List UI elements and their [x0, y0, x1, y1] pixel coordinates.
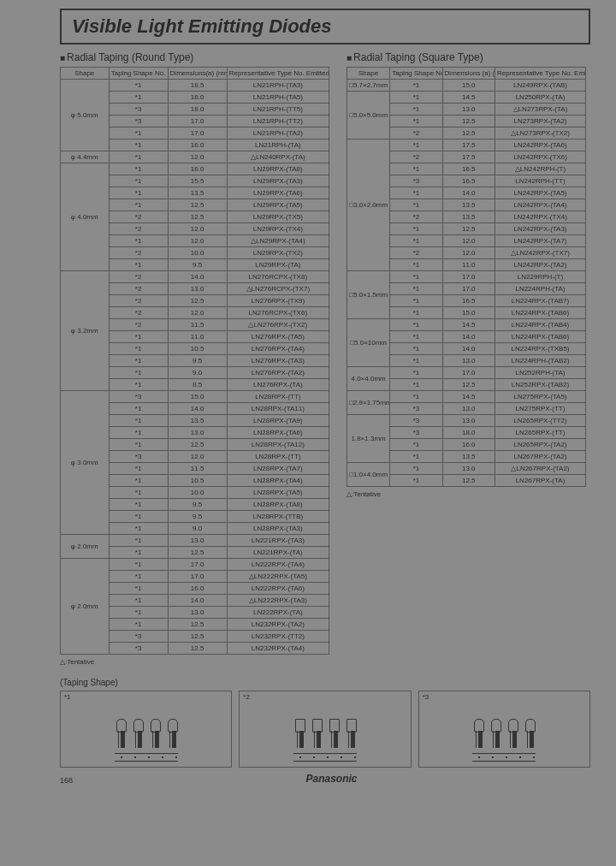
dim-cell: 12.0 — [168, 223, 227, 235]
dim-cell: 12.5 — [442, 379, 495, 391]
dim-cell: 13.0 — [442, 355, 495, 367]
dim-cell: 8.5 — [168, 379, 227, 391]
rep-cell: LN29RPX-(TX5) — [227, 211, 329, 223]
rep-cell: LN29RPX-(TA3) — [227, 175, 329, 187]
dim-cell: 14.5 — [442, 319, 495, 331]
ts-cell: *1 — [109, 199, 168, 211]
th-rep: Representative Type No. Emitted Color (R… — [495, 68, 585, 80]
ts-cell: *3 — [390, 427, 442, 439]
ts-cell: *2 — [109, 295, 168, 307]
dim-cell: 13.0 — [168, 607, 227, 619]
ts-cell: *1 — [109, 463, 168, 475]
ts-cell: *1 — [109, 92, 168, 104]
dim-cell: 15.0 — [442, 80, 495, 92]
dim-cell: 17.5 — [442, 151, 495, 163]
dim-cell: 17.0 — [168, 571, 227, 583]
ts-cell: *3 — [109, 451, 168, 463]
table-row: 1.8×1.3mm*313.0LN265RPX-(TT2) — [347, 415, 586, 427]
table-row: □1.0×4.0mm*113.0△LN267RPX-(TA2) — [347, 463, 586, 475]
ts-cell: *1 — [390, 80, 442, 92]
rep-cell: △LN29RPX-(TA4) — [227, 235, 329, 247]
rep-cell: LN276RPX-(TA5) — [227, 331, 329, 343]
th-dim: Dimensions (a) (mm) — [442, 68, 495, 80]
brand-logo: Panasonic — [306, 773, 358, 785]
dim-cell: 15.5 — [168, 175, 227, 187]
table-row: φ 2.0mm*117.0LN222RPX-(TA4) — [61, 559, 329, 571]
dim-cell: 13.0 — [168, 535, 227, 547]
ts-cell: *1 — [109, 128, 168, 139]
table-row: φ 2.0mm*113.0LN221RPX-(TA3) — [61, 535, 329, 547]
rep-cell: △LN267RPX-(TA2) — [495, 463, 585, 475]
table-row: φ 3.0mm*315.0LN28RPX-(TT) — [61, 391, 329, 403]
rep-cell: LN28RPX-(TA6) — [227, 427, 329, 439]
rep-cell: LN276RPX-(TX9) — [227, 295, 329, 307]
round-type-column: Radial Taping (Round Type) Shape Taping … — [60, 51, 329, 691]
dim-cell: 11.5 — [168, 463, 227, 475]
shape-cell: □3.0×2.0mm — [347, 139, 390, 271]
rep-cell: LN222RPX-(TA) — [227, 607, 329, 619]
dim-cell: 12.0 — [442, 247, 495, 259]
shape-cell: □5.0×10mm — [347, 319, 390, 367]
rep-cell: LN21RPH-(TT2) — [227, 116, 329, 128]
dim-cell: 17.0 — [442, 367, 495, 379]
ts-cell: *1 — [390, 199, 442, 211]
ts-cell: *1 — [390, 451, 442, 463]
rep-cell: △LN242RPH-(T) — [495, 163, 585, 175]
rep-cell: LN265RPX-(TA2) — [495, 439, 585, 451]
shape-cell: φ 3.0mm — [61, 391, 110, 535]
rep-cell: LN28RPX-(TA7) — [227, 463, 329, 475]
square-table: Shape Taping Shape No. Dimensions (a) (m… — [346, 67, 586, 487]
dim-cell: 13.5 — [168, 187, 227, 199]
rep-cell: LN221RPX-(TA3) — [227, 535, 329, 547]
rep-cell: LN29RPX-(TA6) — [227, 187, 329, 199]
dim-cell: 9.5 — [168, 499, 227, 511]
rep-cell: LN21RPH-(TA5) — [227, 92, 329, 104]
ts-cell: *1 — [109, 439, 168, 451]
diagram-1: *1 — [60, 691, 232, 768]
rep-cell: LN29RPX-(TA) — [227, 259, 329, 271]
rep-cell: LN276RPX-(TA3) — [227, 355, 329, 367]
rep-cell: LN28RPX-(TTB) — [227, 511, 329, 523]
dim-cell: 9.0 — [168, 523, 227, 535]
rep-cell: LN252RPX-(TAB2) — [495, 379, 585, 391]
rep-cell: LN224RPX-(TAB7) — [495, 295, 585, 307]
rep-cell: LN28RPX-(TA8) — [227, 499, 329, 511]
ts-cell: *1 — [390, 343, 442, 355]
rep-cell: LN28RPX-(TA11) — [227, 403, 329, 415]
ts-cell: *1 — [109, 151, 168, 163]
dim-cell: 12.5 — [168, 547, 227, 559]
ts-cell: *3 — [109, 391, 168, 403]
table-row: □5.7×2.7mm*115.0LN249RPX-(TAB) — [347, 80, 586, 92]
table-row: φ 5.0mm*118.5LN21RPH-(TA3) — [61, 80, 329, 92]
ts-cell: *1 — [109, 331, 168, 343]
shape-cell: φ 5.0mm — [61, 80, 110, 151]
dim-cell: 9.5 — [168, 355, 227, 367]
rep-cell: △LN240RPX-(TA) — [227, 151, 329, 163]
dim-cell: 9.0 — [168, 367, 227, 379]
dim-cell: 13.0 — [442, 415, 495, 427]
ts-cell: *1 — [109, 259, 168, 271]
rep-cell: △LN222RPX-(TA3) — [227, 595, 329, 607]
th-shape: Shape — [347, 68, 390, 80]
rep-cell: LN249RPX-(TAB) — [495, 80, 585, 92]
rep-cell: LN29RPX-(TX4) — [227, 223, 329, 235]
dim-cell: 14.0 — [168, 595, 227, 607]
dim-cell: 18.0 — [442, 427, 495, 439]
th-taping: Taping Shape No. — [390, 68, 442, 80]
dim-cell: 12.5 — [168, 619, 227, 631]
dim-cell: 14.0 — [442, 343, 495, 355]
rep-cell: LN232RPX-(TA2) — [227, 619, 329, 631]
ts-cell: *1 — [390, 223, 442, 235]
rep-cell: △LN273RPX-(TA) — [495, 104, 585, 116]
table-row: □3.0×2.0mm*117.5LN242RPX-(TA6) — [347, 139, 586, 151]
shape-cell: φ 2.0mm — [61, 559, 110, 655]
ts-cell: *1 — [109, 187, 168, 199]
ts-cell: *1 — [390, 187, 442, 199]
ts-cell: *1 — [390, 92, 442, 104]
ts-cell: *1 — [109, 403, 168, 415]
ts-cell: *1 — [390, 463, 442, 475]
rep-cell: LN232RPX-(TA4) — [227, 643, 329, 655]
rep-cell: LN21RPH-(TA) — [227, 139, 329, 151]
rep-cell: LN221RPX-(TA) — [227, 547, 329, 559]
shape-cell: □5.0×1.5mm — [347, 271, 390, 319]
